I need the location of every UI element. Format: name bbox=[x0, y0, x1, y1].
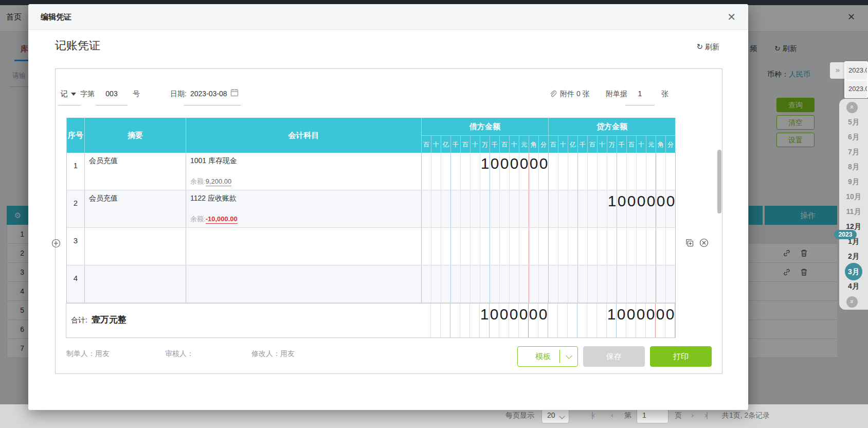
date-value[interactable]: 2023-03-08 bbox=[190, 90, 227, 98]
digit-cell[interactable] bbox=[568, 265, 578, 302]
digit-cell[interactable] bbox=[607, 153, 617, 190]
digit-cell[interactable] bbox=[588, 265, 598, 302]
digit-cell[interactable]: 0 bbox=[510, 153, 519, 190]
digit-cell[interactable] bbox=[637, 153, 646, 190]
delete-row-icon[interactable] bbox=[699, 238, 709, 247]
month-item[interactable]: 2月 bbox=[839, 252, 868, 261]
digit-cell[interactable] bbox=[646, 265, 656, 302]
digit-cell[interactable]: 1 bbox=[480, 304, 490, 337]
digit-cell[interactable] bbox=[646, 153, 656, 190]
digit-cell[interactable] bbox=[578, 265, 588, 302]
period-row[interactable]: 2023.0 bbox=[845, 81, 867, 98]
month-item-active[interactable]: 3月 bbox=[845, 263, 862, 280]
digit-cell[interactable] bbox=[470, 304, 480, 337]
digit-cell[interactable] bbox=[549, 153, 558, 190]
digit-cell[interactable] bbox=[598, 265, 607, 302]
digit-cell[interactable] bbox=[480, 190, 490, 227]
digit-cell[interactable] bbox=[558, 190, 568, 227]
digit-cell[interactable] bbox=[421, 304, 431, 337]
digit-cell[interactable]: 0 bbox=[665, 304, 675, 337]
voucher-number-input[interactable]: 003 bbox=[96, 90, 128, 98]
month-item[interactable]: 9月 bbox=[839, 177, 868, 187]
digit-cell[interactable] bbox=[558, 153, 568, 190]
digit-cell[interactable] bbox=[568, 228, 578, 265]
digit-cell[interactable] bbox=[607, 265, 617, 302]
month-item[interactable]: 5月 bbox=[839, 118, 868, 127]
digit-cell[interactable]: 0 bbox=[646, 304, 656, 337]
digit-cell[interactable] bbox=[441, 304, 450, 337]
digit-cell[interactable] bbox=[422, 190, 431, 227]
digit-cell[interactable] bbox=[558, 265, 568, 302]
digit-cell[interactable] bbox=[441, 228, 451, 265]
digit-cell[interactable] bbox=[529, 190, 539, 227]
digit-cell[interactable] bbox=[422, 265, 431, 302]
digit-cell[interactable]: 0 bbox=[666, 190, 676, 227]
voucher-type-select[interactable]: 记 bbox=[61, 90, 76, 99]
digit-cell[interactable] bbox=[461, 153, 471, 190]
scroll-up-icon[interactable]: « bbox=[846, 102, 858, 113]
receipts-input[interactable]: 1 bbox=[625, 90, 655, 98]
collapse-panel-icon[interactable]: » bbox=[830, 62, 845, 79]
digit-cell[interactable] bbox=[510, 190, 519, 227]
digit-cell[interactable] bbox=[471, 190, 480, 227]
digit-cell[interactable] bbox=[588, 153, 598, 190]
digit-cell[interactable] bbox=[558, 304, 568, 337]
digit-cell[interactable] bbox=[461, 190, 471, 227]
digit-cell[interactable] bbox=[431, 153, 441, 190]
close-icon[interactable]: ✕ bbox=[727, 11, 736, 23]
digit-cell[interactable] bbox=[519, 228, 529, 265]
digit-cell[interactable] bbox=[549, 190, 558, 227]
last-page-icon[interactable]: ›| bbox=[704, 411, 707, 419]
digit-cell[interactable] bbox=[627, 153, 637, 190]
digit-cell[interactable] bbox=[471, 228, 480, 265]
row-summary-cell[interactable] bbox=[85, 228, 186, 265]
digit-cell[interactable] bbox=[451, 153, 461, 190]
digit-cell[interactable] bbox=[441, 190, 451, 227]
digit-cell[interactable] bbox=[578, 228, 588, 265]
copy-row-icon[interactable] bbox=[685, 238, 694, 247]
calendar-icon[interactable] bbox=[230, 88, 239, 97]
digit-cell[interactable] bbox=[568, 190, 578, 227]
digit-cell[interactable] bbox=[539, 228, 549, 265]
digit-cell[interactable]: 0 bbox=[519, 153, 529, 190]
save-button[interactable]: 保存 bbox=[583, 346, 645, 367]
digit-cell[interactable]: 0 bbox=[617, 190, 627, 227]
digit-cell[interactable] bbox=[539, 190, 549, 227]
attachment-label[interactable]: 附件 0 张 bbox=[560, 90, 590, 99]
digit-cell[interactable]: 0 bbox=[646, 190, 656, 227]
digit-cell[interactable] bbox=[598, 153, 607, 190]
digit-cell[interactable] bbox=[529, 228, 539, 265]
digit-cell[interactable] bbox=[480, 228, 490, 265]
digit-cell[interactable] bbox=[431, 190, 441, 227]
digit-cell[interactable] bbox=[451, 265, 461, 302]
digit-cell[interactable] bbox=[431, 265, 441, 302]
digit-cell[interactable] bbox=[510, 228, 519, 265]
row-summary-cell[interactable]: 会员充值 bbox=[85, 190, 186, 227]
digit-cell[interactable]: 0 bbox=[499, 304, 509, 337]
digit-cell[interactable] bbox=[519, 265, 529, 302]
digit-cell[interactable] bbox=[656, 228, 666, 265]
digit-cell[interactable] bbox=[588, 228, 598, 265]
digit-cell[interactable] bbox=[460, 304, 470, 337]
digit-cell[interactable]: 1 bbox=[607, 190, 617, 227]
next-page-icon[interactable]: › bbox=[691, 411, 693, 419]
digit-cell[interactable] bbox=[490, 190, 500, 227]
digit-cell[interactable] bbox=[627, 265, 637, 302]
digit-cell[interactable]: 0 bbox=[637, 190, 646, 227]
digit-cell[interactable]: 0 bbox=[626, 304, 636, 337]
digit-cell[interactable]: 0 bbox=[500, 153, 510, 190]
digit-cell[interactable] bbox=[441, 265, 451, 302]
digit-cell[interactable] bbox=[646, 228, 656, 265]
digit-cell[interactable] bbox=[627, 228, 637, 265]
digit-cell[interactable]: 0 bbox=[538, 304, 548, 337]
digit-cell[interactable]: 0 bbox=[490, 304, 499, 337]
refresh-button[interactable]: ↻刷新 bbox=[696, 42, 719, 52]
digit-cell[interactable]: 0 bbox=[519, 304, 529, 337]
digit-cell[interactable] bbox=[578, 153, 588, 190]
digit-cell[interactable]: 0 bbox=[490, 153, 500, 190]
digit-cell[interactable] bbox=[598, 190, 607, 227]
digit-cell[interactable]: 0 bbox=[617, 304, 626, 337]
digit-cell[interactable]: 0 bbox=[529, 304, 538, 337]
digit-cell[interactable] bbox=[666, 153, 676, 190]
month-item[interactable]: 4月 bbox=[839, 282, 868, 291]
